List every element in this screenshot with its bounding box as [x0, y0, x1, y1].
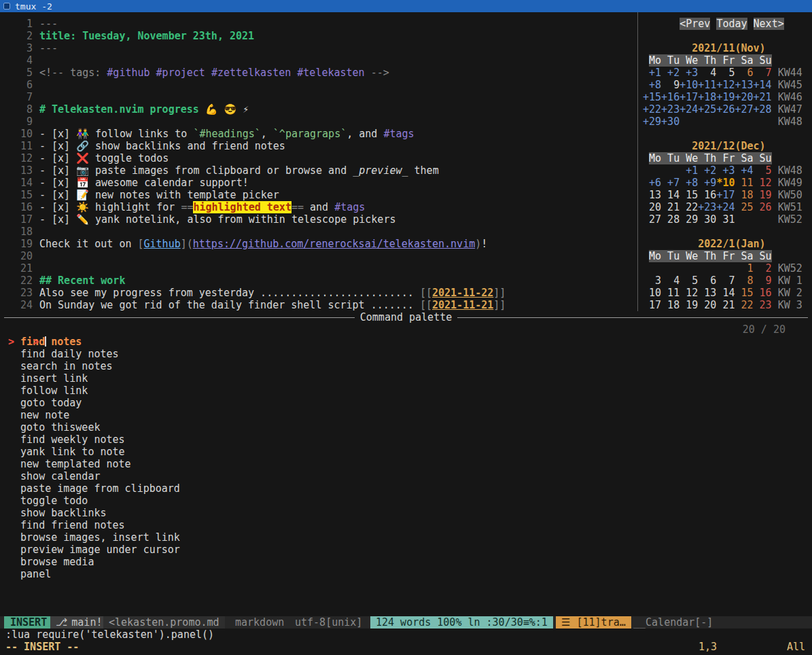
calendar-day[interactable]: +18 — [698, 91, 716, 103]
palette-item[interactable]: insert link — [8, 372, 812, 385]
calendar-day[interactable]: +3 — [716, 164, 735, 177]
calendar-day[interactable]: 11 — [661, 287, 679, 299]
calendar-day[interactable]: +17 — [679, 91, 698, 103]
calendar-day[interactable]: 14 — [716, 287, 735, 299]
calendar-day[interactable]: +8 — [643, 79, 661, 91]
calendar-day[interactable]: 5 — [716, 67, 735, 79]
palette-item[interactable]: paste image from clipboard — [8, 482, 812, 495]
calendar-day[interactable]: +21 — [754, 91, 772, 103]
calendar-day[interactable]: 10 — [643, 287, 661, 299]
calendar-day[interactable]: 4 — [661, 275, 679, 287]
palette-item[interactable]: preview image under cursor — [8, 544, 812, 556]
calendar-day[interactable]: +1 — [679, 164, 698, 177]
calendar-day[interactable]: +4 — [735, 164, 753, 177]
calendar-day[interactable]: +12 — [716, 79, 735, 91]
calendar-day[interactable]: +17 — [716, 189, 735, 201]
calendar-day[interactable]: 12 — [679, 287, 698, 299]
palette-prompt[interactable]: > 20 / 20 — [0, 323, 812, 336]
window-separator[interactable] — [637, 12, 638, 311]
calendar-day[interactable]: 19 — [679, 299, 698, 311]
calendar-day[interactable]: +2 — [661, 67, 679, 79]
calendar-day[interactable]: 13 — [643, 189, 661, 201]
calendar-day[interactable]: 22 — [679, 201, 698, 213]
palette-item[interactable]: find daily notes — [8, 348, 812, 360]
palette-item[interactable]: show calendar — [8, 470, 812, 482]
calendar-day[interactable]: +6 — [643, 177, 661, 189]
github-url-link[interactable]: https://github.com/renerocksai/telekaste… — [193, 238, 475, 250]
palette-item[interactable]: new templated note — [8, 458, 812, 470]
editor-buffer[interactable]: 1---2title: Tuesday, November 23th, 2021… — [8, 18, 637, 311]
calendar-today-button[interactable]: Today — [716, 18, 747, 30]
calendar-day[interactable]: 11 — [735, 177, 753, 189]
calendar-day[interactable]: +24 — [679, 103, 698, 116]
calendar-day[interactable]: 6 — [698, 275, 716, 287]
calendar-day[interactable]: 15 — [679, 189, 698, 201]
calendar-day[interactable]: +28 — [754, 103, 772, 116]
calendar-next-button[interactable]: Next> — [754, 18, 784, 30]
calendar-day[interactable]: +30 — [661, 116, 679, 128]
palette-item[interactable]: goto thisweek — [8, 421, 812, 433]
calendar-day[interactable]: 6 — [735, 67, 753, 79]
calendar-day[interactable]: +23 — [698, 201, 716, 213]
calendar-day[interactable]: 14 — [661, 189, 679, 201]
calendar-day[interactable]: +9 — [698, 177, 716, 189]
calendar-day[interactable]: +24 — [716, 201, 735, 213]
calendar-day[interactable]: 19 — [754, 189, 772, 201]
palette-item[interactable]: browse media — [8, 556, 812, 568]
wiki-link-2021-11-22[interactable]: 2021-11-22 — [432, 287, 493, 299]
palette-item[interactable]: find friend notes — [8, 519, 812, 531]
github-link[interactable]: Github — [144, 238, 181, 250]
calendar-day[interactable]: 20 — [698, 299, 716, 311]
calendar-day[interactable]: +13 — [735, 79, 753, 91]
palette-item[interactable]: panel — [8, 568, 812, 580]
palette-item[interactable]: show backlinks — [8, 507, 812, 519]
palette-item[interactable]: new note — [8, 409, 812, 421]
calendar-day[interactable]: 21 — [661, 201, 679, 213]
calendar-day[interactable]: +3 — [679, 67, 698, 79]
calendar-day[interactable]: +11 — [698, 79, 716, 91]
calendar-day[interactable]: 29 — [679, 213, 698, 226]
calendar-day[interactable]: 27 — [643, 213, 661, 226]
calendar-day[interactable]: 16 — [698, 189, 716, 201]
palette-item[interactable]: toggle todo — [8, 495, 812, 507]
calendar-day[interactable]: 21 — [716, 299, 735, 311]
calendar-day[interactable]: 22 — [735, 299, 753, 311]
calendar-day[interactable]: +19 — [716, 91, 735, 103]
palette-item[interactable]: > find notes — [8, 336, 812, 348]
calendar-day[interactable]: +14 — [754, 79, 772, 91]
calendar-day[interactable]: 28 — [661, 213, 679, 226]
calendar-day[interactable]: +29 — [643, 116, 661, 128]
calendar-day[interactable]: +10 — [679, 79, 698, 91]
calendar-day[interactable]: 26 — [754, 201, 772, 213]
palette-item[interactable]: browse images, insert link — [8, 531, 812, 544]
calendar-day[interactable]: 20 — [643, 201, 661, 213]
palette-item[interactable]: goto today — [8, 397, 812, 409]
calendar-day[interactable]: 5 — [754, 164, 772, 177]
calendar-day[interactable]: +15 — [643, 91, 661, 103]
calendar-day[interactable]: 30 — [698, 213, 716, 226]
calendar-day[interactable]: +2 — [698, 164, 716, 177]
calendar-day[interactable]: 18 — [735, 189, 753, 201]
calendar-day[interactable]: +16 — [661, 91, 679, 103]
calendar-prev-button[interactable]: <Prev — [679, 18, 710, 30]
calendar-day[interactable]: +1 — [643, 67, 661, 79]
calendar-day[interactable]: 17 — [643, 299, 661, 311]
calendar-day[interactable]: 4 — [698, 67, 716, 79]
calendar-day[interactable]: 3 — [643, 275, 661, 287]
calendar-day[interactable]: 8 — [735, 275, 753, 287]
calendar-day[interactable]: 5 — [679, 275, 698, 287]
calendar-day[interactable]: 9 — [754, 275, 772, 287]
calendar-day[interactable]: 16 — [754, 287, 772, 299]
palette-item[interactable]: follow link — [8, 385, 812, 397]
palette-item[interactable]: search in notes — [8, 360, 812, 372]
calendar-day[interactable]: 1 — [735, 262, 753, 275]
calendar-day[interactable]: 18 — [661, 299, 679, 311]
calendar-day[interactable]: +8 — [679, 177, 698, 189]
calendar-day[interactable]: 2 — [754, 262, 772, 275]
calendar-day[interactable]: *10 — [716, 177, 735, 189]
calendar-day[interactable]: +27 — [735, 103, 753, 116]
calendar-day[interactable]: +20 — [735, 91, 753, 103]
calendar-day[interactable]: 31 — [716, 213, 735, 226]
calendar-day[interactable]: 25 — [735, 201, 753, 213]
calendar-day[interactable]: 7 — [754, 67, 772, 79]
